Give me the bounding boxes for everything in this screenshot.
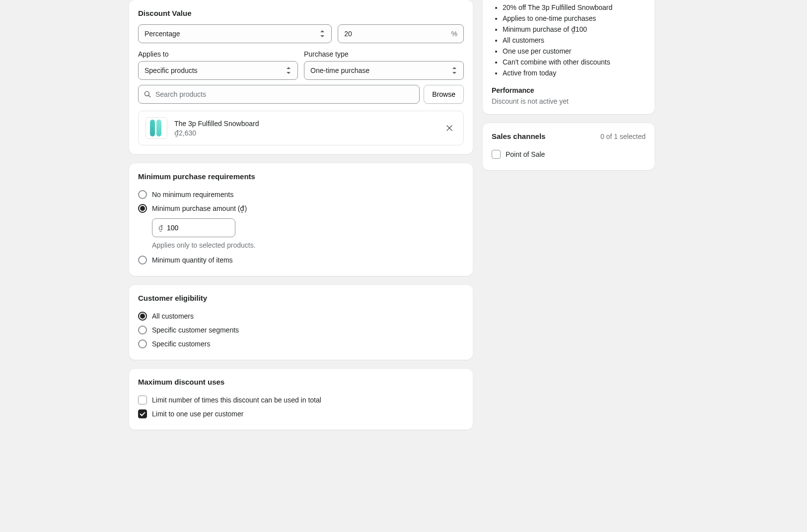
browse-button[interactable]: Browse <box>424 85 464 104</box>
svg-line-1 <box>148 95 150 97</box>
applies-to-label: Applies to <box>138 50 298 58</box>
performance-text: Discount is not active yet <box>492 97 646 105</box>
applies-to-select[interactable]: Specific products <box>138 61 298 80</box>
summary-item: Applies to one-time purchases <box>503 13 646 24</box>
product-thumbnail <box>146 117 167 139</box>
summary-item: Can't combine with other discounts <box>503 57 646 67</box>
radio-icon <box>138 204 147 213</box>
chevron-updown-icon <box>451 66 457 74</box>
radio-segments[interactable]: Specific customer segments <box>138 323 464 337</box>
discount-amount-input[interactable] <box>344 30 447 38</box>
radio-min-qty[interactable]: Minimum quantity of items <box>138 253 464 267</box>
selected-product-row: The 3p Fulfilled Snowboard ₫2,630 <box>138 111 464 145</box>
radio-all-customers-label: All customers <box>152 312 194 320</box>
radio-segments-label: Specific customer segments <box>152 326 239 334</box>
radio-icon <box>138 312 147 321</box>
performance-title: Performance <box>492 86 646 94</box>
currency-prefix: ₫ <box>158 224 163 232</box>
max-uses-title: Maximum discount uses <box>138 378 464 386</box>
radio-no-minimum[interactable]: No minimum requirements <box>138 188 464 201</box>
summary-item: One use per customer <box>503 46 646 57</box>
min-purchase-card: Minimum purchase requirements No minimum… <box>129 163 473 276</box>
min-amount-input[interactable] <box>167 224 229 232</box>
checkbox-icon <box>492 150 501 159</box>
purchase-type-select[interactable]: One-time purchase <box>304 61 464 80</box>
percent-suffix: % <box>451 30 457 38</box>
eligibility-title: Customer eligibility <box>138 294 464 302</box>
product-title: The 3p Fulfilled Snowboard <box>174 120 436 128</box>
checkbox-icon <box>138 409 147 418</box>
chevron-updown-icon <box>319 30 325 38</box>
svg-point-0 <box>145 91 149 96</box>
search-products-field[interactable] <box>138 85 420 104</box>
check-limit-total-label: Limit number of times this discount can … <box>152 396 321 404</box>
radio-min-amount[interactable]: Minimum purchase amount (₫) <box>138 201 464 215</box>
summary-list: For Online Store 20% off The 3p Fulfille… <box>492 0 646 78</box>
check-limit-per-customer-label: Limit to one use per customer <box>152 410 243 418</box>
sales-channels-card: Sales channels 0 of 1 selected Point of … <box>483 123 655 170</box>
radio-min-amount-label: Minimum purchase amount (₫) <box>152 204 247 212</box>
summary-card: For Online Store 20% off The 3p Fulfille… <box>483 0 655 114</box>
radio-icon <box>138 256 147 265</box>
discount-value-card: Discount Value Percentage % Applies to S… <box>129 0 473 154</box>
close-icon <box>446 125 453 132</box>
check-limit-per-customer[interactable]: Limit to one use per customer <box>138 407 464 421</box>
search-products-input[interactable] <box>155 90 414 98</box>
summary-item: Minimum purchase of ₫100 <box>503 24 646 35</box>
radio-icon <box>138 190 147 199</box>
radio-specific-customers[interactable]: Specific customers <box>138 337 464 351</box>
discount-amount-field[interactable]: % <box>338 24 464 43</box>
radio-no-minimum-label: No minimum requirements <box>152 191 233 199</box>
eligibility-card: Customer eligibility All customers Speci… <box>129 285 473 360</box>
channels-count: 0 of 1 selected <box>600 133 646 140</box>
discount-type-value: Percentage <box>145 30 180 38</box>
radio-all-customers[interactable]: All customers <box>138 309 464 323</box>
check-pos[interactable]: Point of Sale <box>492 147 646 161</box>
min-amount-field[interactable]: ₫ <box>152 218 235 237</box>
purchase-type-value: One-time purchase <box>310 66 369 74</box>
max-uses-card: Maximum discount uses Limit number of ti… <box>129 369 473 430</box>
applies-to-value: Specific products <box>145 66 198 74</box>
radio-icon <box>138 326 147 334</box>
check-pos-label: Point of Sale <box>506 150 545 158</box>
summary-item: All customers <box>503 35 646 46</box>
checkbox-icon <box>138 396 147 404</box>
summary-item: 20% off The 3p Fulfilled Snowboard <box>503 2 646 13</box>
channels-title: Sales channels <box>492 132 545 140</box>
check-limit-total[interactable]: Limit number of times this discount can … <box>138 393 464 407</box>
radio-specific-customers-label: Specific customers <box>152 340 210 348</box>
summary-item: Active from today <box>503 67 646 78</box>
radio-icon <box>138 339 147 348</box>
discount-type-select[interactable]: Percentage <box>138 24 332 43</box>
min-purchase-title: Minimum purchase requirements <box>138 172 464 181</box>
remove-product-button[interactable] <box>442 121 456 135</box>
search-icon <box>144 90 151 98</box>
purchase-type-label: Purchase type <box>304 50 464 58</box>
min-amount-help: Applies only to selected products. <box>152 241 464 249</box>
discount-value-title: Discount Value <box>138 9 464 17</box>
chevron-updown-icon <box>286 66 292 74</box>
radio-min-qty-label: Minimum quantity of items <box>152 256 233 264</box>
product-price: ₫2,630 <box>174 129 436 137</box>
